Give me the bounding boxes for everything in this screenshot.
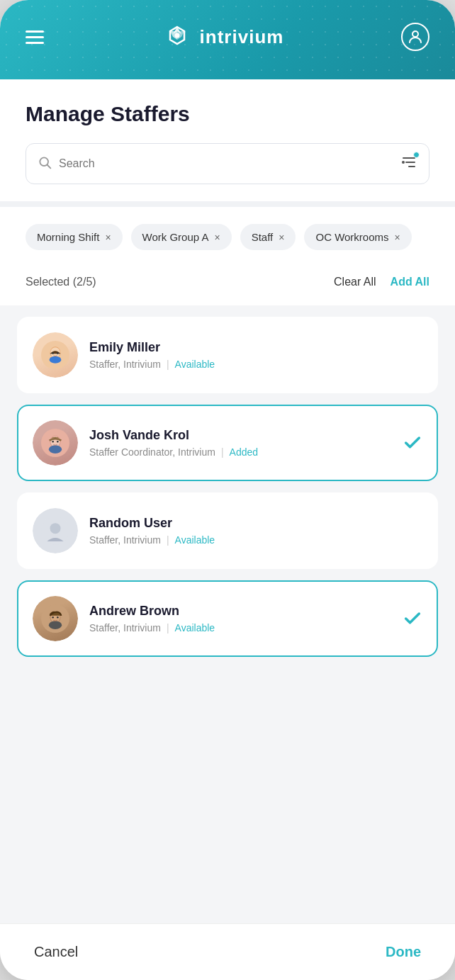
user-profile-button[interactable] — [401, 23, 429, 51]
staffer-role: Staffer, Intrivium — [89, 359, 161, 370]
staffer-info-josh: Josh Vande Krol Staffer Coordinator, Int… — [89, 428, 391, 458]
staffer-card-andrew[interactable]: Andrew Brown Staffer, Intrivium | Availa… — [17, 580, 438, 657]
staffer-name: Emily Miller — [89, 340, 422, 355]
selection-bar: Selected (2/5) Clear All Add All — [0, 261, 455, 305]
title-section: Manage Staffers — [0, 79, 455, 143]
search-section — [0, 143, 455, 201]
svg-point-11 — [50, 356, 62, 364]
check-icon — [403, 609, 422, 629]
staffer-meta: Staffer, Intrivium | Available — [89, 534, 422, 546]
svg-point-25 — [49, 621, 62, 629]
svg-point-21 — [50, 523, 61, 534]
filter-chips: Morning Shift × Work Group A × Staff × O… — [26, 224, 429, 250]
avatar-josh — [33, 420, 78, 466]
avatar-emily-svg — [41, 341, 69, 369]
check-icon — [403, 433, 422, 453]
bottom-bar: Cancel Done — [0, 923, 455, 980]
chip-staff[interactable]: Staff × — [240, 224, 296, 250]
done-button[interactable]: Done — [386, 944, 421, 960]
staffer-meta: Staffer Coordinator, Intrivium | Added — [89, 446, 391, 458]
staffer-status: Available — [175, 622, 215, 633]
staffer-info-andrew: Andrew Brown Staffer, Intrivium | Availa… — [89, 604, 391, 633]
search-input[interactable] — [59, 157, 400, 170]
chip-close-staff[interactable]: × — [279, 232, 284, 242]
chip-label: OC Workrooms — [315, 231, 388, 243]
divider-1 — [0, 201, 455, 207]
svg-point-27 — [57, 616, 59, 619]
chip-close-morning-shift[interactable]: × — [105, 232, 111, 242]
avatar-andrew-svg — [41, 604, 69, 633]
filter-active-dot — [413, 152, 420, 158]
chip-close-oc-workrooms[interactable]: × — [395, 232, 400, 242]
staffer-name: Josh Vande Krol — [89, 428, 391, 443]
selected-label: Selected (2/5) — [26, 276, 96, 288]
header: intrivium — [0, 0, 455, 79]
svg-point-12 — [52, 352, 54, 354]
svg-point-1 — [412, 31, 418, 37]
staffer-name: Random User — [89, 516, 422, 531]
add-all-button[interactable]: Add All — [391, 276, 429, 288]
cancel-button[interactable]: Cancel — [34, 944, 78, 960]
staffer-role: Staffer, Intrivium — [89, 622, 161, 633]
filters-section: Morning Shift × Work Group A × Staff × O… — [0, 207, 455, 261]
avatar-josh-svg — [41, 429, 69, 457]
avatar-andrew — [33, 596, 78, 641]
chip-close-work-group-a[interactable]: × — [215, 232, 220, 242]
selection-actions: Clear All Add All — [334, 276, 429, 288]
svg-point-26 — [52, 616, 54, 619]
logo: intrivium — [162, 21, 284, 52]
search-icon — [38, 155, 52, 172]
staffer-name: Andrew Brown — [89, 604, 391, 619]
staffer-list: Emily Miller Staffer, Intrivium | Availa… — [0, 305, 455, 923]
logo-text: intrivium — [200, 26, 284, 48]
chip-label: Staff — [252, 231, 274, 243]
staffer-meta: Staffer, Intrivium | Available — [89, 622, 391, 633]
avatar-emily — [33, 332, 78, 378]
chip-label: Work Group A — [142, 231, 209, 243]
chip-oc-workrooms[interactable]: OC Workrooms × — [304, 224, 411, 250]
search-bar — [26, 143, 429, 184]
chip-work-group-a[interactable]: Work Group A × — [131, 224, 232, 250]
staffer-card-josh[interactable]: Josh Vande Krol Staffer Coordinator, Int… — [17, 405, 438, 481]
staffer-meta: Staffer, Intrivium | Available — [89, 359, 422, 370]
clear-all-button[interactable]: Clear All — [334, 276, 376, 288]
staffer-role: Staffer Coordinator, Intrivium — [89, 446, 215, 458]
svg-point-19 — [57, 441, 59, 443]
meta-divider: | — [167, 622, 169, 633]
svg-point-18 — [52, 441, 54, 443]
app-container: intrivium Manage Staffers — [0, 0, 455, 980]
menu-button[interactable] — [26, 30, 44, 44]
chip-label: Morning Shift — [37, 231, 99, 243]
svg-line-3 — [47, 165, 51, 169]
page-title: Manage Staffers — [26, 102, 429, 126]
staffer-status: Available — [175, 359, 215, 370]
meta-divider: | — [167, 359, 169, 370]
chip-morning-shift[interactable]: Morning Shift × — [26, 224, 123, 250]
staffer-status: Available — [175, 534, 215, 546]
filter-button[interactable] — [400, 154, 417, 174]
staffer-info-emily: Emily Miller Staffer, Intrivium | Availa… — [89, 340, 422, 370]
avatar-random — [33, 508, 78, 553]
svg-point-13 — [57, 352, 59, 354]
logo-icon — [162, 21, 193, 52]
staffer-status: Added — [230, 446, 258, 458]
staffer-role: Staffer, Intrivium — [89, 534, 161, 546]
svg-point-0 — [174, 33, 179, 38]
meta-divider: | — [167, 534, 169, 546]
main-content: Manage Staffers — [0, 79, 455, 923]
avatar-random-svg — [41, 517, 69, 545]
staffer-card-emily[interactable]: Emily Miller Staffer, Intrivium | Availa… — [17, 317, 438, 393]
meta-divider: | — [221, 446, 224, 458]
staffer-info-random: Random User Staffer, Intrivium | Availab… — [89, 516, 422, 546]
svg-point-7 — [402, 161, 405, 164]
staffer-card-random[interactable]: Random User Staffer, Intrivium | Availab… — [17, 492, 438, 569]
svg-point-17 — [49, 445, 62, 454]
user-icon — [407, 28, 424, 45]
